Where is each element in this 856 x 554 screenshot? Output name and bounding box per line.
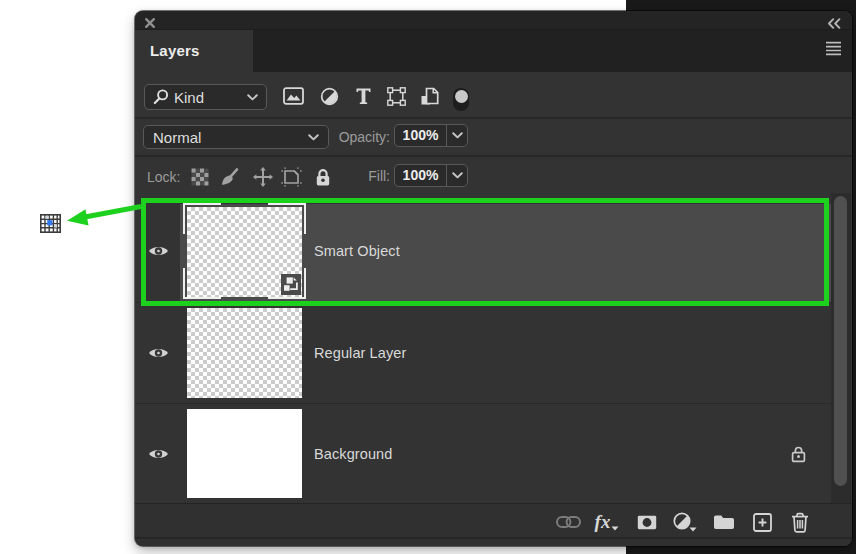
close-icon[interactable] — [144, 15, 156, 27]
tiny-canvas-object-icon — [40, 214, 61, 233]
layers-list: Smart Object Regular Layer Background — [135, 193, 852, 503]
layer-visibility-eye-icon[interactable] — [148, 346, 169, 360]
add-layer-mask-icon[interactable] — [634, 510, 660, 534]
row-separator — [135, 403, 852, 404]
smart-object-filter-icon[interactable] — [419, 85, 441, 107]
scrollbar-track[interactable] — [831, 193, 851, 503]
new-layer-icon[interactable] — [749, 510, 775, 534]
scrollbar-thumb[interactable] — [834, 196, 847, 486]
background-locked-icon — [791, 445, 806, 463]
delete-layer-trash-icon[interactable] — [787, 510, 813, 534]
opacity-label: Opacity: — [295, 126, 390, 148]
layer-name[interactable]: Regular Layer — [314, 345, 406, 361]
collapse-panel-icon[interactable] — [827, 15, 841, 26]
pixel-layer-filter-icon[interactable] — [282, 85, 304, 107]
layer-thumbnail[interactable] — [187, 308, 302, 398]
layer-name[interactable]: Background — [314, 446, 392, 462]
new-adjustment-layer-icon[interactable] — [672, 510, 698, 534]
fill-value[interactable]: 100% — [395, 165, 446, 186]
lock-image-pixels-icon[interactable] — [219, 166, 241, 188]
new-group-folder-icon[interactable] — [711, 510, 737, 534]
opacity-value[interactable]: 100% — [395, 125, 446, 146]
tab-layers[interactable]: Layers — [135, 30, 253, 72]
filter-kind-label: Kind — [174, 89, 247, 106]
shape-layer-filter-icon[interactable] — [385, 85, 407, 107]
bottom-toolbar: fx — [135, 503, 852, 546]
lock-transparent-pixels-icon[interactable] — [189, 166, 211, 188]
blend-mode-value: Normal — [153, 129, 308, 146]
panel-titlebar — [135, 11, 852, 30]
lock-position-icon[interactable] — [252, 166, 274, 188]
layer-name[interactable]: Smart Object — [314, 243, 400, 259]
smart-object-badge-icon — [281, 274, 301, 295]
opacity-input[interactable]: 100% — [394, 124, 468, 147]
separator — [135, 117, 852, 119]
chevron-down-icon — [247, 94, 258, 101]
search-icon — [153, 89, 169, 105]
opacity-dropdown-chevron-icon[interactable] — [446, 125, 467, 146]
layer-visibility-eye-icon[interactable] — [148, 447, 169, 461]
adjustment-layer-filter-icon[interactable] — [318, 85, 340, 107]
panel-menu-icon[interactable] — [825, 41, 842, 56]
fill-label: Fill: — [295, 165, 390, 187]
filter-kind-dropdown[interactable]: Kind — [144, 84, 267, 110]
fill-input[interactable]: 100% — [394, 164, 468, 187]
layer-thumbnail[interactable] — [187, 409, 302, 498]
lock-label: Lock: — [147, 166, 180, 188]
panel-tabbar: Layers — [135, 30, 852, 72]
row-separator — [135, 302, 852, 303]
separator — [135, 155, 852, 157]
link-layers-icon[interactable] — [555, 510, 581, 534]
layer-filtering-toggle[interactable] — [453, 88, 469, 111]
layers-panel: Layers Kind — [135, 11, 852, 546]
toggle-knob — [455, 90, 468, 103]
layer-styles-fx-icon[interactable]: fx — [594, 510, 620, 534]
type-layer-filter-icon[interactable] — [352, 85, 374, 107]
fill-dropdown-chevron-icon[interactable] — [446, 165, 467, 186]
layer-visibility-eye-icon[interactable] — [148, 244, 169, 258]
